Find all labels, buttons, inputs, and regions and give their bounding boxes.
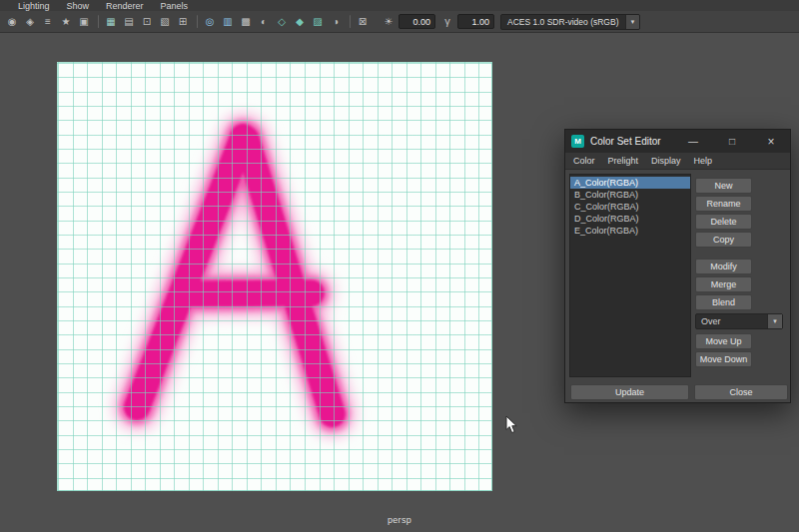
chevron-down-icon: ▼ (767, 314, 782, 328)
camera-label: persp (0, 515, 799, 525)
move-up-button[interactable]: Move Up (695, 333, 752, 349)
color-set-item-c[interactable]: C_Color(RGBA) (570, 201, 690, 213)
move-down-button[interactable]: Move Down (695, 351, 752, 367)
panel-toolbar: ◉◈≡★▣▦▤⊡▧⊞◎▥▩◐◇◆▨◑⊠ ☀ 0.00 γ 1.00 ACES 1… (0, 11, 799, 33)
window-controls: — □ × (687, 136, 784, 148)
view-transform-dropdown[interactable]: ACES 1.0 SDR-video (sRGB) ▼ (500, 14, 640, 30)
copy-button[interactable]: Copy (695, 232, 752, 248)
painted-grid-plane[interactable] (57, 62, 492, 491)
modify-button[interactable]: Modify (695, 259, 752, 274)
color-set-item-a[interactable]: A_Color(RGBA) (570, 177, 690, 189)
camera-lock-icon[interactable]: ◈ (22, 14, 38, 30)
maya-app-icon: M (571, 135, 584, 148)
set-action-buttons: NewRenameDeleteCopy (695, 178, 752, 248)
color-set-item-b[interactable]: B_Color(RGBA) (570, 189, 690, 201)
delete-button[interactable]: Delete (695, 214, 752, 230)
hud-icon[interactable]: ▩ (238, 14, 254, 30)
panel-menu-show[interactable]: Show (67, 1, 90, 11)
update-button[interactable]: Update (570, 384, 689, 400)
dialog-title: Color Set Editor (590, 136, 661, 147)
edit-action-buttons: ModifyMergeBlend (695, 259, 752, 310)
chevron-down-icon: ▼ (625, 15, 639, 29)
view-transform-value: ACES 1.0 SDR-video (sRGB) (507, 17, 618, 27)
dialog-menu-color[interactable]: Color (573, 156, 595, 166)
color-set-item-e[interactable]: E_Color(RGBA) (570, 225, 690, 237)
textured-icon[interactable]: ▨ (310, 14, 326, 30)
mouse-cursor-icon (505, 415, 518, 434)
dialog-menu-help[interactable]: Help (694, 156, 713, 166)
panel-menu-lighting[interactable]: Lighting (18, 1, 50, 11)
dialog-menubar: ColorPrelightDisplayHelp (565, 153, 790, 170)
toolbar-divider (98, 15, 99, 28)
color-set-item-d[interactable]: D_Color(RGBA) (570, 213, 690, 225)
safe-action-icon[interactable]: ◎ (202, 14, 218, 30)
shadows-icon[interactable]: ◑ (328, 14, 344, 30)
merge-button[interactable]: Merge (695, 276, 752, 292)
film-gate-icon[interactable]: ▤ (121, 14, 137, 30)
wireframe-icon[interactable]: ◇ (274, 14, 290, 30)
bookmarks-icon[interactable]: ★ (58, 14, 74, 30)
rename-button[interactable]: Rename (695, 196, 752, 212)
color-set-list[interactable]: A_Color(RGBA)B_Color(RGBA)C_Color(RGBA)D… (569, 174, 691, 377)
grid-toggle-icon[interactable]: ▦ (103, 14, 119, 30)
order-action-buttons: Move UpMove Down (695, 333, 752, 367)
isolate-select-icon[interactable]: ⊠ (355, 14, 371, 30)
shaded-icon[interactable]: ◆ (292, 14, 308, 30)
dialog-body: A_Color(RGBA)B_Color(RGBA)C_Color(RGBA)D… (565, 170, 790, 402)
panel-toolbar-icons: ◉◈≡★▣▦▤⊡▧⊞◎▥▩◐◇◆▨◑⊠ (4, 14, 373, 30)
image-plane-icon[interactable]: ▣ (76, 14, 92, 30)
field-chart-icon[interactable]: ⊞ (175, 14, 191, 30)
minimize-icon[interactable]: — (687, 136, 699, 148)
close-button[interactable]: Close (694, 384, 788, 400)
gate-mask-icon[interactable]: ▧ (157, 14, 173, 30)
toolbar-divider (350, 15, 351, 28)
dialog-titlebar[interactable]: M Color Set Editor — □ × (565, 130, 790, 153)
exposure-field[interactable]: 0.00 (399, 14, 435, 29)
gamma-icon[interactable]: γ (439, 14, 455, 30)
resolution-gate-icon[interactable]: ⊡ (139, 14, 155, 30)
color-set-editor-window: M Color Set Editor — □ × ColorPrelightDi… (564, 129, 791, 403)
dialog-menu-display[interactable]: Display (651, 156, 681, 166)
gamma-field[interactable]: 1.00 (457, 14, 494, 29)
panel-menu-panels[interactable]: Panels (161, 1, 189, 11)
exposure-icon[interactable]: ☀ (381, 14, 397, 30)
new-button[interactable]: New (695, 178, 752, 194)
camera-select-icon[interactable]: ◉ (4, 14, 20, 30)
maximize-icon[interactable]: □ (726, 136, 738, 148)
blend-mode-value: Over (701, 316, 721, 326)
dialog-menu-prelight[interactable]: Prelight (608, 156, 639, 166)
blend-mode-dropdown[interactable]: Over ▼ (695, 313, 783, 329)
safe-title-icon[interactable]: ▥ (220, 14, 236, 30)
panel-menu-bar: LightingShowRendererPanels (0, 0, 799, 11)
painted-letter-a (57, 62, 492, 491)
toolbar-divider (197, 15, 198, 28)
xray-icon[interactable]: ◐ (256, 14, 272, 30)
panel-menu-renderer[interactable]: Renderer (106, 1, 144, 11)
camera-attributes-icon[interactable]: ≡ (40, 14, 56, 30)
close-icon[interactable]: × (765, 136, 777, 148)
blend-button[interactable]: Blend (695, 294, 752, 310)
